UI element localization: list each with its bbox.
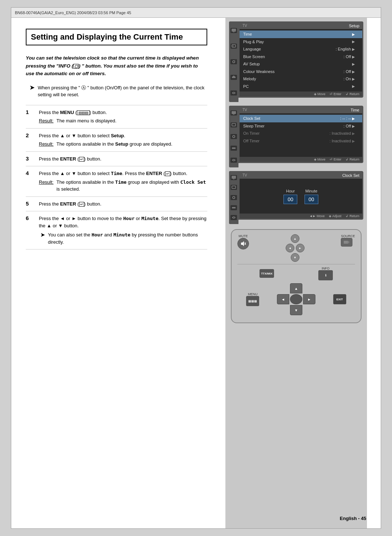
minute-label: Minute [305,189,318,193]
svg-rect-21 [344,241,348,244]
setup-tv-header: TV Setup [240,23,362,29]
setup-row-av: AV Setup ▶ [240,60,362,68]
ttx-row: TTX/MIX INFO ℹ [237,267,355,280]
table-row: 5 Press the ENTER (↵) button. [26,196,207,211]
page-title: Setting and Displaying the Current Time [26,29,207,45]
menu-label: MENU [246,292,259,296]
time-row-value: : -- : -- ▶ [340,115,355,122]
step-number: 2 [26,128,39,151]
menu-button[interactable]: ▤▤▤ [246,296,259,306]
clockset-screen-wrapper: TV Clock Set Hour 00 Minute 00 [229,171,363,224]
time-row-offtimer: Off Timer : Inactivated ▶ [240,137,362,145]
channel-down-button[interactable]: ◄ [286,244,294,252]
footer-enter: ⏎ Enter [330,92,341,96]
volume-down-button[interactable]: ▼ [291,253,299,262]
step-content: Press the ENTER (↵) button. [39,151,207,166]
spacer [245,204,356,210]
setup-row-value: : Off ▶ [343,69,355,75]
source-button[interactable] [341,238,352,247]
tv-icon-d [230,146,237,151]
dpad-up-button[interactable]: ▲ [290,283,302,293]
spacer [240,145,362,155]
setup-tv-label: TV [242,24,247,28]
result-text: The options available in the Time group … [56,179,207,193]
svg-rect-22 [348,241,349,243]
time-row-sleep: Sleep Timer : Off ▶ [240,122,362,130]
hour-label: Hour [283,189,297,193]
time-tv-footer: ◈ Move ⏎ Enter ↲ Return [240,157,362,162]
dpad-down-button[interactable]: ▼ [290,305,302,315]
svg-rect-12 [232,147,236,149]
step-number: 5 [26,196,39,211]
footer-return: ↲ Return [346,214,359,218]
mute-label: MUTE [237,234,249,238]
time-row-value: : Inactivated ▶ [330,138,355,144]
svg-rect-14 [233,179,234,179]
step-subnote-arrow-icon: ➤ [40,231,45,239]
vol-row: ◄ ► [286,244,305,252]
mute-button[interactable] [237,238,249,249]
tv-icon-h [230,195,237,200]
page: BN68-00746A(GAIA2_Euro_ENG) 2004/08/23 0… [11,7,381,529]
svg-marker-18 [241,241,244,246]
setup-row-label: PC [243,84,249,90]
header-bar: BN68-00746A(GAIA2_Euro_ENG) 2004/08/23 0… [11,8,381,18]
screen-side-icons [229,21,238,102]
hour-value: 00 [283,195,297,204]
footer-move: ◈ Move [314,158,326,161]
svg-rect-8 [232,111,236,114]
exit-group: EXIT [333,294,346,304]
table-row: 4 Press the ▲ or ▼ button to select Time… [26,166,207,197]
menu-dpad-row: MENU ▤▤▤ ▲ ◄ ► ▼ EXIT [237,283,355,315]
setup-row-value: : Off ▶ [343,54,355,60]
setup-row-time: Time ▶ [240,31,362,38]
time-tv-label: TV [242,108,247,112]
step-number: 6 [26,211,39,249]
tv-icon-j [230,215,237,220]
step-content: Press the ▲ or ▼ button to select Setup.… [39,128,207,151]
clockset-menu-label: Clock Set [342,173,359,178]
footer-adjust: ◈ Adjust [329,214,341,218]
result-text: The main menu is displayed. [56,117,116,125]
svg-rect-1 [233,32,234,32]
step-subnote-text: You can also set the Hour and Minute by … [48,231,207,245]
dpad-right-button[interactable]: ► [303,294,315,304]
steps-table: 1 Press the MENU (▤▤▤) button. Result: T… [26,105,207,250]
time-row-clockset: Clock Set : -- : -- ▶ [240,115,362,122]
dpad-enter-button[interactable] [290,294,302,304]
time-screen-side-icons [229,106,238,167]
time-tv-body: Clock Set : -- : -- ▶ Sleep Timer : Off … [240,113,362,157]
svg-rect-15 [232,186,236,188]
table-row: 3 Press the ENTER (↵) button. [26,151,207,166]
exit-button[interactable]: EXIT [333,294,346,304]
source-group: SOURCE [341,234,355,247]
tv-icon-c [230,134,237,139]
dpad: ▲ ◄ ► ▼ [277,283,315,315]
footer-return: ↲ Return [346,92,359,96]
info-button[interactable]: ℹ [318,270,333,280]
volume-up-button[interactable]: ▲ [291,234,299,243]
tv-icon-i [230,205,237,210]
table-row: 1 Press the MENU (▤▤▤) button. Result: T… [26,105,207,128]
ttx-button[interactable]: TTX/MIX [260,269,274,278]
menu-group: MENU ▤▤▤ [246,292,259,306]
dpad-left-button[interactable]: ◄ [277,294,289,304]
hour-minute-container: Hour 00 Minute 00 [245,189,356,204]
result-label: Result: [39,141,53,148]
channel-up-button[interactable]: ► [296,244,305,252]
clockset-body: Hour 00 Minute 00 [240,179,362,214]
table-row: 2 Press the ▲ or ▼ button to select Setu… [26,128,207,151]
page-footer: English - 45 [340,516,366,521]
result-label: Result: [39,117,53,125]
setup-row-language: Language : English ▶ [240,45,362,53]
tv-icon-f [230,175,237,180]
volume-group: ▲ ◄ ► ▼ [286,234,305,262]
tv-icon-e [230,158,237,163]
setup-row-colour: Colour Weakness : Off ▶ [240,68,362,76]
time-row-label: Clock Set [243,115,260,122]
result-text: The options available in the Setup group… [56,141,172,148]
setup-row-plug: Plug & Play ▶ [240,38,362,46]
remote-top: MUTE ▲ ◄ ► ▼ SOURCE [237,234,355,262]
clockset-tv-footer: ◄► Move ◈ Adjust ↲ Return [240,214,362,219]
setup-row-value: : English ▶ [336,46,355,52]
